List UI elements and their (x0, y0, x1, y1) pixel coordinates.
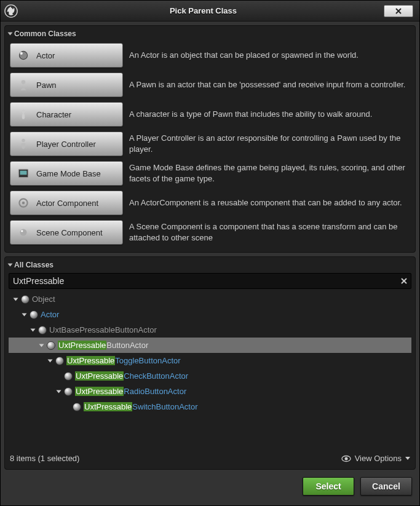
class-bullet-icon (30, 310, 38, 319)
chevron-down-icon (405, 457, 410, 460)
close-icon (400, 277, 408, 285)
common-classes-panel: Common Classes ActorAn Actor is an objec… (4, 25, 416, 253)
svg-point-6 (22, 139, 25, 143)
expander-open-icon[interactable] (55, 389, 61, 394)
class-label: Actor Component (36, 199, 98, 208)
tree-item-label: UxtPressableRadioButtonActor (75, 387, 186, 396)
all-classes-header[interactable]: All Classes (9, 259, 411, 272)
tree-item[interactable]: UxtPressableToggleButtonActor (9, 353, 411, 368)
class-description: Game Mode Base defines the game being pl… (129, 162, 410, 184)
class-row-player-controller: Player ControllerA Player Controller is … (9, 129, 411, 159)
expander-open-icon[interactable] (30, 328, 36, 333)
view-options-label: View Options (355, 454, 402, 463)
cancel-button[interactable]: Cancel (360, 477, 412, 496)
expander-open-icon[interactable] (38, 343, 44, 348)
class-bullet-icon (64, 372, 73, 381)
tree-item-label: UxtPressableButtonActor (58, 341, 148, 350)
class-description: A Scene Component is a component that ha… (129, 221, 410, 243)
select-button[interactable]: Select (303, 477, 354, 496)
svg-rect-5 (22, 114, 25, 119)
class-label: Actor (36, 51, 55, 60)
expander-open-icon[interactable] (21, 312, 27, 317)
section-title: Common Classes (14, 30, 76, 38)
search-input[interactable] (9, 276, 397, 286)
class-bullet-icon (47, 341, 55, 350)
actor-component-icon (17, 196, 30, 210)
tree-item[interactable]: Object (9, 291, 411, 307)
character-icon (17, 108, 30, 121)
expander-open-icon[interactable] (12, 297, 18, 302)
class-row-game-mode-base: Game Mode BaseGame Mode Base defines the… (9, 159, 411, 188)
tree-item-label: Actor (41, 310, 59, 319)
tree-item-label: UxtPressableCheckButtonActor (75, 371, 188, 381)
class-row-pawn: PawnA Pawn is an actor that can be 'poss… (9, 70, 411, 100)
class-description: A Pawn is an actor that can be 'possesse… (129, 79, 410, 90)
unreal-logo-icon (4, 4, 18, 18)
button-bar: Select Cancel (4, 473, 416, 502)
all-classes-panel: All Classes ObjectActorUxtBasePressableB… (4, 256, 416, 470)
search-row (9, 273, 411, 289)
class-label: Game Mode Base (36, 169, 101, 178)
tree-item-label: UxtBasePressableButtonActor (49, 325, 157, 334)
class-label: Character (36, 110, 71, 119)
tree-item[interactable]: UxtPressableCheckButtonActor (9, 368, 411, 384)
title-bar: Pick Parent Class (1, 1, 419, 22)
tree-item-label: UxtPressableToggleButtonActor (66, 356, 181, 365)
tree-item[interactable]: UxtBasePressableButtonActor (9, 322, 411, 338)
player-controller-icon (17, 137, 30, 151)
common-classes-header[interactable]: Common Classes (9, 28, 411, 41)
dialog-window: Pick Parent Class Common Classes ActorAn… (0, 0, 420, 506)
scene-component-icon (17, 226, 30, 239)
tree-item-label: UxtPressableSwitchButtonActor (84, 402, 198, 411)
class-button-player-controller[interactable]: Player Controller (10, 132, 123, 156)
class-button-scene-component[interactable]: Scene Component (10, 220, 123, 245)
class-bullet-icon (73, 403, 81, 411)
class-description: A Player Controller is an actor responsi… (129, 133, 410, 154)
tree-item-label: Object (32, 295, 55, 304)
tree-item[interactable]: UxtPressableButtonActor (9, 338, 411, 353)
tree-item[interactable]: UxtPressableSwitchButtonActor (9, 399, 411, 414)
window-title: Pick Parent Class (23, 6, 384, 15)
svg-point-11 (20, 229, 27, 236)
svg-point-4 (22, 109, 25, 114)
close-icon (395, 7, 402, 15)
class-label: Scene Component (36, 228, 103, 237)
class-button-pawn[interactable]: Pawn (10, 73, 123, 97)
view-options-button[interactable]: View Options (341, 454, 410, 463)
class-label: Player Controller (36, 140, 96, 149)
svg-point-10 (22, 202, 25, 204)
svg-point-3 (22, 80, 26, 84)
class-row-actor-component: Actor ComponentAn ActorComponent is a re… (9, 188, 411, 218)
common-classes-list: ActorAn Actor is an object that can be p… (9, 41, 411, 247)
class-row-scene-component: Scene ComponentA Scene Component is a co… (9, 218, 411, 247)
class-bullet-icon (64, 387, 73, 396)
svg-point-12 (21, 230, 23, 232)
class-bullet-icon (38, 326, 47, 334)
actor-icon (17, 49, 30, 62)
game-mode-base-icon (17, 167, 30, 180)
class-tree: ObjectActorUxtBasePressableButtonActorUx… (9, 291, 411, 414)
class-row-actor: ActorAn Actor is an object that can be p… (9, 41, 411, 70)
class-description: An ActorComponent is a reusable componen… (129, 197, 410, 208)
class-description: A character is a type of Pawn that inclu… (129, 109, 410, 120)
expander-open-icon[interactable] (47, 358, 53, 363)
section-title: All Classes (14, 261, 53, 269)
class-button-actor[interactable]: Actor (10, 43, 123, 68)
tree-item[interactable]: Actor (9, 307, 411, 322)
class-description: An Actor is an object that can be placed… (129, 50, 410, 61)
class-button-actor-component[interactable]: Actor Component (10, 191, 123, 215)
class-row-character: CharacterA character is a type of Pawn t… (9, 100, 411, 129)
close-button[interactable] (384, 5, 413, 17)
class-button-character[interactable]: Character (10, 102, 123, 127)
svg-rect-8 (20, 171, 27, 175)
class-bullet-icon (55, 357, 64, 365)
clear-search-button[interactable] (397, 274, 411, 288)
chevron-down-icon (8, 264, 13, 267)
class-button-game-mode-base[interactable]: Game Mode Base (10, 161, 123, 186)
class-label: Pawn (36, 81, 57, 90)
svg-point-14 (344, 457, 347, 460)
tree-item[interactable]: UxtPressableRadioButtonActor (9, 384, 411, 399)
chevron-down-icon (8, 33, 13, 36)
dialog-body: Common Classes ActorAn Actor is an objec… (1, 22, 419, 505)
pawn-icon (17, 78, 30, 92)
